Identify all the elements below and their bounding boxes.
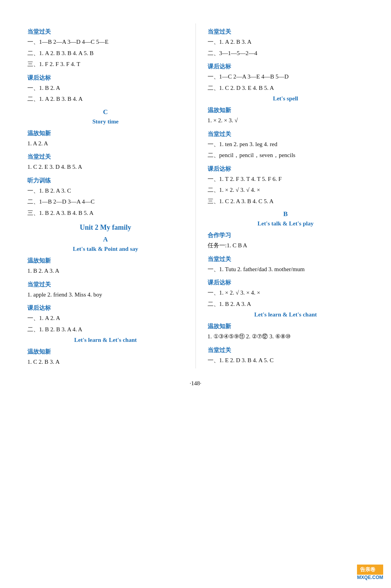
sub-heading: Let's talk & Let's play bbox=[208, 220, 364, 227]
sub-heading: Let's spell bbox=[208, 95, 364, 102]
section-letter: C bbox=[27, 108, 184, 116]
answer-line: 一、1. A 2. A bbox=[27, 313, 184, 323]
sub-heading: Let's learn & Let's chant bbox=[208, 311, 364, 318]
answer-line: 1. apple 2. friend 3. Miss 4. boy bbox=[27, 290, 184, 300]
left-column: 当堂过关一、1—B 2—A 3—D 4—C 5—E二、1. A 2. B 3. … bbox=[23, 23, 196, 368]
answer-line: 二、1. C 2. D 3. E 4. B 5. A bbox=[208, 83, 364, 93]
answer-line: 1. ①③④⑤⑨⑪ 2. ②⑦⑫ 3. ⑥⑧⑩ bbox=[208, 332, 364, 342]
answer-line: 三、1. F 2. F 3. F 4. T bbox=[27, 59, 184, 70]
section-heading: 当堂过关 bbox=[208, 347, 364, 354]
right-column: 当堂过关一、1. A 2. B 3. A二、3—1—5—2—4课后达标一、1—C… bbox=[196, 23, 368, 368]
section-heading: 温故知新 bbox=[208, 107, 364, 114]
section-letter: B bbox=[208, 210, 364, 218]
answer-line: 二、pencil，pencil，seven，pencils bbox=[208, 150, 364, 161]
section-heading: 当堂过关 bbox=[27, 281, 184, 288]
answer-line: 1. A 2. A bbox=[27, 139, 184, 149]
answer-line: 一、1. Tutu 2. father/dad 3. mother/mum bbox=[208, 265, 364, 275]
answer-line: 一、1. A 2. B 3. A bbox=[208, 37, 364, 47]
answer-line: 1. C 2. B 3. A bbox=[27, 357, 184, 367]
section-heading: 合作学习 bbox=[208, 232, 364, 239]
section-heading: 当堂过关 bbox=[27, 28, 184, 36]
answer-line: 一、1. × 2. √ 3. × 4. × bbox=[208, 288, 364, 298]
page-number: ·148· bbox=[23, 380, 368, 387]
answer-line: 二、1. A 2. B 3. B 4. A 5. B bbox=[27, 48, 184, 59]
answer-line: 二、1—B 2—D 3—A 4—C bbox=[27, 197, 184, 207]
section-heading: 温故知新 bbox=[27, 130, 184, 137]
page-layout: 当堂过关一、1—B 2—A 3—D 4—C 5—E二、1. A 2. B 3. … bbox=[23, 23, 368, 368]
answer-line: 二、1. A 2. B 3. B 4. A bbox=[27, 94, 184, 104]
answer-line: 三、1. C 2. A 3. B 4. C 5. A bbox=[208, 197, 364, 207]
answer-line: 1. C 2. E 3. D 4. B 5. A bbox=[27, 162, 184, 172]
answer-line: 一、1. T 2. F 3. T 4. T 5. F 6. F bbox=[208, 174, 364, 184]
answer-line: 一、1. ten 2. pen 3. leg 4. red bbox=[208, 139, 364, 150]
section-letter: A bbox=[27, 236, 184, 243]
answer-line: 三、1. B 2. A 3. B 4. B 5. A bbox=[27, 208, 184, 218]
section-heading: 听力训练 bbox=[27, 177, 184, 184]
answer-line: 一、1. B 2. A 3. C bbox=[27, 186, 184, 196]
section-heading: 温故知新 bbox=[208, 323, 364, 330]
answer-line: 二、1. × 2. √ 3. √ 4. × bbox=[208, 185, 364, 195]
answer-line: 一、1. E 2. D 3. B 4. A 5. C bbox=[208, 356, 364, 366]
answer-line: 二、1. B 2. B 3. A 4. A bbox=[27, 325, 184, 335]
section-heading: 当堂过关 bbox=[208, 256, 364, 263]
watermark: 告亲卷 MXQE.COM bbox=[357, 565, 383, 580]
section-heading: 课后达标 bbox=[208, 165, 364, 173]
section-heading: 温故知新 bbox=[27, 257, 184, 265]
answer-line: 一、1—B 2—A 3—D 4—C 5—E bbox=[27, 37, 184, 47]
section-heading: 课后达标 bbox=[208, 279, 364, 286]
answer-line: 二、1. B 2. A 3. A bbox=[208, 299, 364, 309]
unit-heading: Unit 2 My family bbox=[27, 223, 184, 232]
answer-line: 二、3—1—5—2—4 bbox=[208, 48, 364, 59]
section-heading: 当堂过关 bbox=[27, 153, 184, 161]
watermark-box: 告亲卷 bbox=[357, 565, 383, 575]
sub-heading: Let's talk & Point and say bbox=[27, 246, 184, 252]
sub-heading: Let's learn & Let's chant bbox=[27, 337, 184, 343]
section-heading: 当堂过关 bbox=[208, 28, 364, 36]
section-heading: 当堂过关 bbox=[208, 130, 364, 138]
section-heading: 课后达标 bbox=[27, 304, 184, 312]
answer-line: 1. B 2. A 3. A bbox=[27, 266, 184, 276]
answer-line: 一、1. B 2. A bbox=[27, 83, 184, 93]
watermark-url: MXQE.COM bbox=[357, 575, 383, 580]
answer-line: 1. × 2. × 3. √ bbox=[208, 116, 364, 126]
section-heading: 课后达标 bbox=[27, 74, 184, 82]
section-heading: 温故知新 bbox=[27, 348, 184, 356]
section-heading: 课后达标 bbox=[208, 63, 364, 70]
answer-line: 一、1—C 2—A 3—E 4—B 5—D bbox=[208, 72, 364, 82]
sub-heading: Story time bbox=[27, 118, 184, 125]
answer-line: 任务一:1. C B A bbox=[208, 241, 364, 251]
